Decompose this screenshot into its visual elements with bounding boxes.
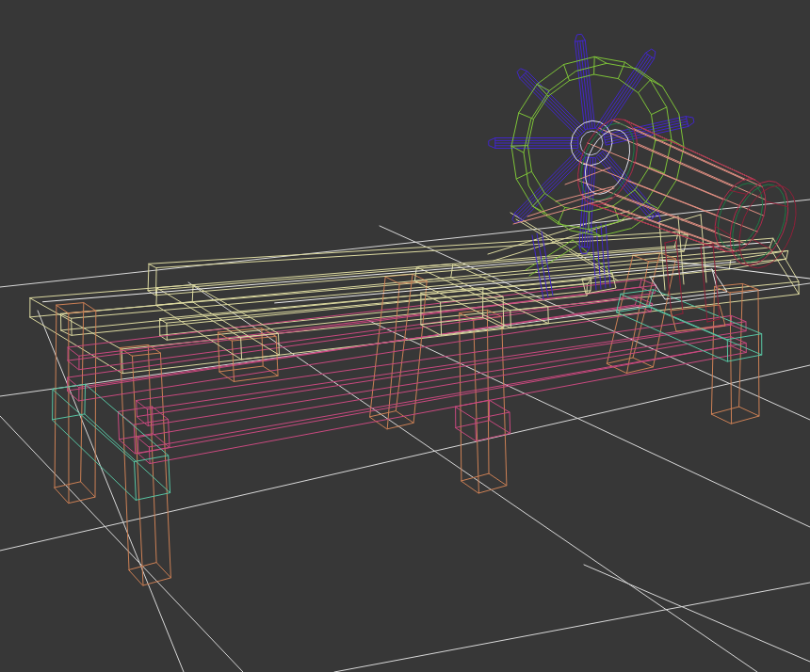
viewport-wrap bbox=[0, 0, 810, 672]
viewport-3d[interactable] bbox=[0, 0, 810, 672]
